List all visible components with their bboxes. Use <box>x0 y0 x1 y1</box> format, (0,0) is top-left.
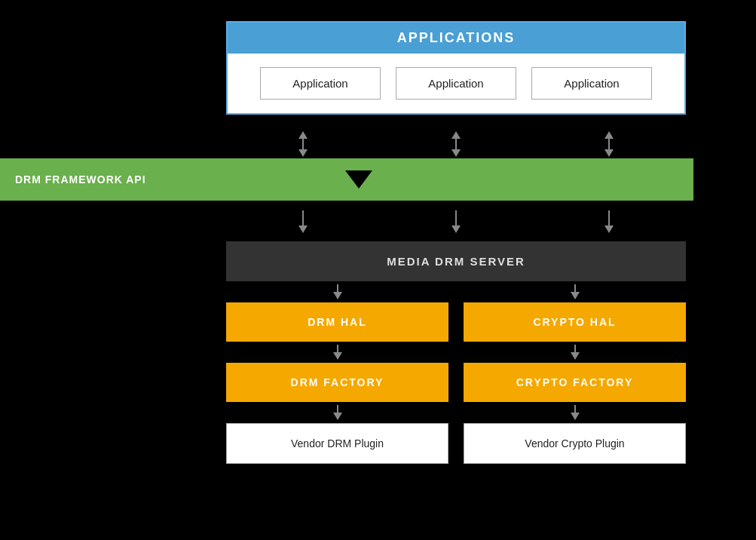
hal-row: DRM HAL CRYPTO HAL <box>226 302 686 342</box>
drm-framework-section: DRM FRAMEWORK API <box>0 158 693 201</box>
line-hf-1 <box>337 345 338 352</box>
tri-fp-2 <box>571 413 580 420</box>
arrow-up-2 <box>451 131 461 139</box>
arrow-col-1 <box>234 128 372 160</box>
applications-header: APPLICATIONS <box>228 23 684 54</box>
line-fp-1 <box>337 405 338 413</box>
arrow-lower-2 <box>387 200 525 244</box>
arrows-server-hal <box>226 281 686 302</box>
tri-down-lower-2 <box>451 226 461 233</box>
crypto-hal-box: CRYPTO HAL <box>464 302 686 342</box>
arrow-up-3 <box>604 131 614 139</box>
line-sh-1 <box>337 284 338 292</box>
vert-line-lower-1 <box>302 210 304 226</box>
tri-fp-1 <box>333 413 342 420</box>
arrow-fp-2 <box>464 402 686 423</box>
tri-hf-1 <box>333 352 342 360</box>
arrows-apps-drm <box>226 128 686 160</box>
arrow-down-2 <box>451 149 461 157</box>
vert-line-1 <box>302 139 304 149</box>
diagram: APPLICATIONS Application Application App… <box>0 0 756 540</box>
app-box-3: Application <box>531 67 652 100</box>
arrow-col-2 <box>387 128 525 160</box>
vendor-crypto-plugin-box: Vendor Crypto Plugin <box>464 423 686 464</box>
drm-framework-right <box>162 158 693 201</box>
app-box-2: Application <box>396 67 516 100</box>
crypto-factory-box: CRYPTO FACTORY <box>464 363 686 402</box>
arrow-fp-1 <box>226 402 448 423</box>
media-drm-server: MEDIA DRM SERVER <box>226 241 686 281</box>
line-sh-2 <box>574 284 576 292</box>
vendor-drm-plugin-box: Vendor DRM Plugin <box>226 423 448 464</box>
arrow-lower-3 <box>540 200 678 244</box>
arrow-hf-1 <box>226 342 448 363</box>
factory-row: DRM FACTORY CRYPTO FACTORY <box>226 363 686 402</box>
applications-section: APPLICATIONS Application Application App… <box>226 21 686 115</box>
drm-hal-box: DRM HAL <box>226 302 448 342</box>
arrows-drm-lower <box>226 200 686 244</box>
tri-sh-2 <box>571 292 580 299</box>
arrow-server-hal-1 <box>226 281 448 302</box>
drm-notch <box>345 170 372 189</box>
arrow-up-1 <box>298 131 308 139</box>
arrow-down-3 <box>604 149 614 157</box>
lower-section: MEDIA DRM SERVER DRM HAL CRYPTO HAL <box>226 241 686 464</box>
vert-line-lower-3 <box>608 210 610 226</box>
plugin-row: Vendor DRM Plugin Vendor Crypto Plugin <box>226 423 686 464</box>
tri-sh-1 <box>333 292 342 299</box>
vert-line-3 <box>608 139 610 149</box>
app-box-1: Application <box>260 67 381 100</box>
vert-line-2 <box>455 139 457 149</box>
arrow-hf-2 <box>464 342 686 363</box>
tri-down-lower-3 <box>604 226 614 233</box>
tri-hf-2 <box>571 352 580 360</box>
applications-apps: Application Application Application <box>228 54 684 113</box>
arrow-lower-1 <box>234 200 372 244</box>
applications-block: APPLICATIONS Application Application App… <box>226 21 686 115</box>
line-fp-2 <box>574 405 576 413</box>
arrows-factory-plugin <box>226 402 686 423</box>
drm-factory-box: DRM FACTORY <box>226 363 448 402</box>
vert-line-lower-2 <box>455 210 457 226</box>
arrow-server-hal-2 <box>464 281 686 302</box>
line-hf-2 <box>574 345 576 352</box>
drm-framework-label: DRM FRAMEWORK API <box>0 158 162 201</box>
arrows-hal-factory <box>226 342 686 363</box>
tri-down-lower-1 <box>298 226 308 233</box>
arrow-down-1 <box>298 149 308 157</box>
arrow-col-3 <box>540 128 678 160</box>
